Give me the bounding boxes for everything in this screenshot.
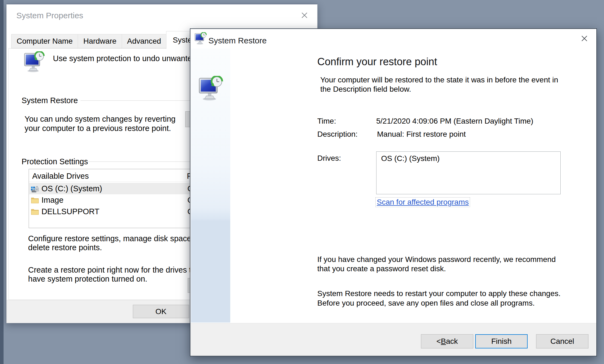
intro-text: Your computer will be restored to the st…	[320, 75, 558, 94]
drives-listbox[interactable]: OS (C:) (System)	[376, 151, 561, 194]
ok-button[interactable]: OK	[133, 305, 189, 318]
tab-advanced[interactable]: Advanced	[122, 34, 167, 48]
drive-item: OS (C:) (System)	[381, 154, 440, 163]
cancel-button[interactable]: Cancel	[536, 334, 588, 348]
create-restore-point-text: Create a restore point right now for the…	[28, 265, 202, 284]
system-protection-icon	[23, 51, 45, 73]
description-value: Manual: First restore point	[377, 130, 466, 139]
finish-button[interactable]: Finish	[475, 334, 528, 348]
wizard-sidebar	[191, 49, 230, 323]
close-icon[interactable]	[581, 35, 588, 42]
system-restore-watermark-icon	[198, 76, 223, 101]
window-title: System Restore	[208, 36, 267, 45]
undo-changes-text: You can undo system changes by reverting…	[25, 114, 176, 133]
restart-warning-note: System Restore needs to restart your com…	[317, 289, 561, 308]
folder-icon	[31, 207, 39, 216]
system-restore-dialog: System Restore Confirm your restore poin…	[190, 28, 597, 356]
column-available-drives: Available Drives	[32, 172, 89, 181]
window-title: System Properties	[16, 11, 83, 20]
tab-hardware[interactable]: Hardware	[78, 34, 122, 48]
system-drive-lock-icon	[31, 184, 39, 193]
tab-computer-name[interactable]: Computer Name	[11, 34, 78, 48]
system-restore-icon	[194, 32, 207, 45]
drives-label: Drives:	[317, 154, 341, 163]
protection-settings-group-label: Protection Settings	[22, 157, 88, 166]
page-title: Confirm your restore point	[317, 56, 437, 68]
time-value: 5/21/2020 4:09:06 PM (Eastern Daylight T…	[376, 117, 533, 126]
description-label: Description:	[317, 130, 358, 139]
close-icon[interactable]	[301, 11, 308, 19]
password-reset-note: If you have changed your Windows passwor…	[317, 255, 556, 273]
wizard-footer	[190, 323, 596, 356]
system-restore-group-label: System Restore	[22, 96, 78, 105]
scan-affected-programs-link[interactable]: Scan for affected programs	[375, 197, 470, 207]
configure-restore-text: Configure restore settings, manage disk …	[28, 234, 193, 252]
folder-icon	[31, 196, 39, 204]
tab-intro-text: Use system protection to undo unwanted s…	[53, 54, 190, 63]
back-button[interactable]: < Back	[421, 334, 473, 348]
time-label: Time:	[317, 117, 336, 126]
desktop-wallpaper-edge	[0, 0, 4, 364]
